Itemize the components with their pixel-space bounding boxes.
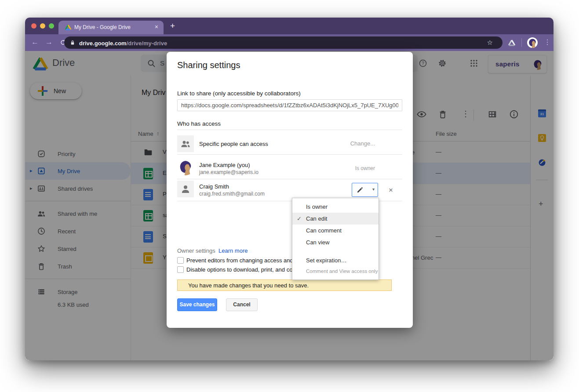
permission-dropdown-button[interactable]: ▾ bbox=[352, 183, 378, 197]
cancel-button[interactable]: Cancel bbox=[226, 298, 258, 311]
back-button[interactable]: ← bbox=[31, 38, 39, 47]
bookmark-star-icon[interactable]: ☆ bbox=[487, 39, 493, 47]
expiration-footnote: Comment and View access only bbox=[306, 269, 378, 274]
collaborator-avatar-icon bbox=[177, 181, 194, 197]
who-has-access-label: Who has access bbox=[177, 120, 221, 127]
access-summary-text: Specific people can access bbox=[199, 141, 268, 147]
toolbar-divider bbox=[521, 38, 522, 47]
url-host: drive.google.com bbox=[79, 40, 127, 47]
divider bbox=[177, 130, 402, 130]
share-link-input[interactable] bbox=[177, 99, 402, 111]
dialog-title: Sharing settings bbox=[177, 60, 240, 70]
url-path: /drive/my-drive bbox=[127, 40, 168, 47]
owner-settings-label: Owner settings bbox=[177, 247, 215, 254]
owner-avatar bbox=[177, 159, 194, 175]
menu-item-set-expiration[interactable]: Set expiration… bbox=[292, 254, 379, 266]
sharing-settings-dialog: Sharing settings Link to share (only acc… bbox=[167, 52, 413, 328]
check-icon: ✓ bbox=[297, 215, 302, 222]
browser-tab[interactable]: My Drive - Google Drive × bbox=[58, 21, 164, 34]
prevent-editors-label: Prevent editors from changing access and… bbox=[186, 257, 301, 264]
menu-item-can-view[interactable]: Can view bbox=[292, 236, 379, 248]
close-tab-icon[interactable]: × bbox=[155, 23, 158, 30]
owner-role-label: Is owner bbox=[355, 165, 375, 171]
people-access-icon bbox=[177, 135, 194, 152]
disable-download-checkbox[interactable] bbox=[177, 266, 184, 273]
prevent-editors-checkbox[interactable] bbox=[177, 257, 184, 264]
chevron-down-icon: ▾ bbox=[372, 187, 375, 192]
drive-extension-icon[interactable] bbox=[508, 39, 516, 46]
divider bbox=[177, 179, 402, 179]
close-window-button[interactable] bbox=[31, 23, 36, 29]
menu-item-can-edit[interactable]: ✓ Can edit bbox=[292, 213, 379, 225]
save-changes-button[interactable]: Save changes bbox=[177, 298, 217, 311]
browser-window: My Drive - Google Drive × + ← → drive.go… bbox=[25, 18, 554, 360]
menu-item-can-comment[interactable]: Can comment bbox=[292, 225, 379, 236]
link-to-share-label: Link to share (only accessible by collab… bbox=[177, 90, 301, 97]
remove-collaborator-icon[interactable]: × bbox=[389, 186, 393, 195]
collaborator-email: craig.fred.smith@gmail.com bbox=[199, 191, 265, 197]
lock-icon bbox=[69, 40, 76, 46]
browser-profile-avatar[interactable] bbox=[527, 37, 538, 48]
drive-favicon bbox=[65, 24, 72, 30]
browser-menu-icon[interactable]: ⋮ bbox=[544, 38, 551, 46]
minimize-window-button[interactable] bbox=[40, 23, 45, 29]
new-tab-button[interactable]: + bbox=[170, 21, 175, 31]
change-access-link[interactable]: Change... bbox=[350, 140, 375, 147]
permission-dropdown-menu: Is owner ✓ Can edit Can comment Can view… bbox=[292, 198, 379, 280]
forward-button[interactable]: → bbox=[45, 38, 53, 47]
disable-download-label: Disable options to download, print, and … bbox=[186, 266, 302, 273]
collaborator-name: Craig Smith bbox=[199, 183, 229, 190]
unsaved-changes-text: You have made changes that you need to s… bbox=[188, 282, 309, 289]
menu-item-is-owner[interactable]: Is owner bbox=[292, 201, 379, 213]
owner-name: Jane Example (you) bbox=[199, 162, 250, 168]
address-bar[interactable]: drive.google.com/drive/my-drive ☆ bbox=[64, 36, 503, 49]
owner-email: jane.example@saperis.io bbox=[199, 169, 259, 175]
tab-title: My Drive - Google Drive bbox=[74, 24, 131, 30]
unsaved-changes-banner: You have made changes that you need to s… bbox=[177, 279, 392, 291]
maximize-window-button[interactable] bbox=[49, 23, 54, 29]
pencil-edit-icon bbox=[356, 186, 364, 194]
learn-more-link[interactable]: Learn more bbox=[218, 247, 248, 254]
browser-tab-bar: My Drive - Google Drive × + bbox=[25, 18, 554, 34]
divider bbox=[177, 154, 402, 155]
browser-toolbar: ← → drive.google.com/drive/my-drive ☆ ⋮ bbox=[25, 34, 554, 51]
